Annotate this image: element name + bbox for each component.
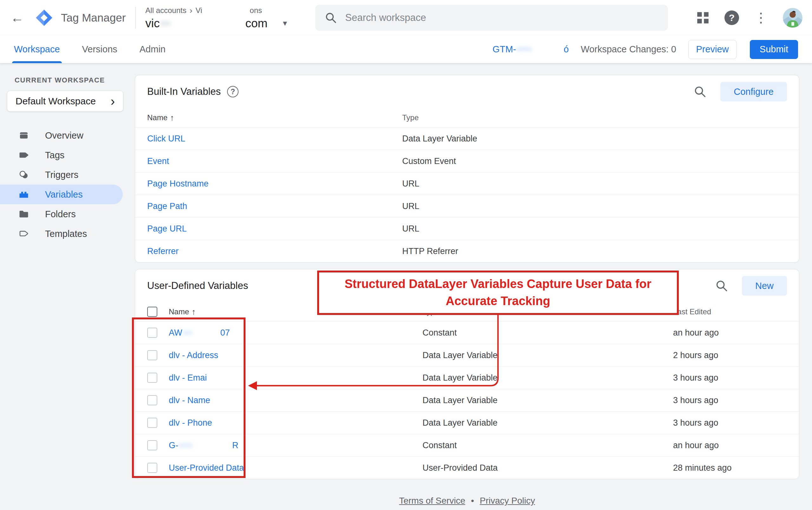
sidebar-item-label: Triggers xyxy=(45,170,78,180)
container-name-fragment: vic xyxy=(145,17,160,30)
divider xyxy=(135,7,136,29)
variable-type: URL xyxy=(402,224,787,234)
last-edited: 3 hours ago xyxy=(673,373,787,383)
tab-label: Versions xyxy=(82,44,117,55)
row-checkbox[interactable] xyxy=(147,418,157,428)
avatar[interactable] xyxy=(783,8,803,28)
configure-button[interactable]: Configure xyxy=(720,82,787,101)
account-breadcrumb[interactable]: All accounts › Vi ons vic ••• com ▼ xyxy=(145,6,297,30)
row-checkbox[interactable] xyxy=(147,328,157,338)
table-row: dlv - Address Data Layer Variable 2 hour… xyxy=(135,344,799,366)
sidebar: CURRENT WORKSPACE Default Workspace › Ov… xyxy=(0,63,135,244)
variable-link[interactable]: dlv - Phone xyxy=(169,418,423,428)
select-all-checkbox[interactable] xyxy=(147,307,157,317)
breadcrumb-account-fragment-end: ons xyxy=(250,6,262,15)
last-edited: 2 hours ago xyxy=(673,351,787,360)
variable-name-fragment: G- xyxy=(169,441,178,450)
footer: Terms of Service•Privacy Policy xyxy=(135,496,799,510)
preview-button[interactable]: Preview xyxy=(688,40,736,59)
variable-link[interactable]: Event xyxy=(147,156,402,166)
sidebar-nav: Overview Tags Triggers xyxy=(0,126,135,244)
last-edited: an hour ago xyxy=(673,328,787,338)
dot-separator: • xyxy=(471,496,474,506)
breadcrumb-all-accounts[interactable]: All accounts xyxy=(145,6,186,15)
sort-ascending-icon: ↑ xyxy=(170,113,174,123)
sidebar-item-folders[interactable]: Folders xyxy=(0,204,135,224)
tag-manager-logo-icon xyxy=(34,8,54,28)
more-menu-icon[interactable]: ⋮ xyxy=(754,11,767,24)
sidebar-item-label: Variables xyxy=(45,189,83,200)
submit-button[interactable]: Submit xyxy=(750,40,798,59)
variables-icon xyxy=(18,188,30,201)
column-type: Type xyxy=(402,113,787,122)
variable-type: Data Layer Variable xyxy=(423,395,673,405)
table-row: Page Path URL xyxy=(135,195,799,217)
tab-workspace[interactable]: Workspace xyxy=(14,35,60,63)
gtm-container-id[interactable]: GTM- •••••• ó xyxy=(493,44,569,55)
built-in-variables-panel: Built-In Variables ? Configure Name ↑ Ty… xyxy=(135,75,799,263)
table-row: dlv - Name Data Layer Variable 3 hours a… xyxy=(135,389,799,411)
row-checkbox[interactable] xyxy=(147,395,157,405)
variable-type: HTTP Referrer xyxy=(402,246,787,256)
container-selector[interactable]: vic ••• com ▼ xyxy=(145,17,297,30)
variable-link[interactable]: Referrer xyxy=(147,246,402,256)
table-row: User-Provided Data User-Provided Data 28… xyxy=(135,456,799,479)
breadcrumb-account-fragment: Vi xyxy=(195,6,202,15)
search-icon[interactable] xyxy=(715,279,729,293)
variable-link[interactable]: Page URL xyxy=(147,224,402,234)
help-icon[interactable]: ? xyxy=(724,10,739,25)
annotation-callout: Structured DataLayer Variables Capture U… xyxy=(317,271,679,315)
variable-link[interactable]: Page Path xyxy=(147,201,402,211)
tags-icon xyxy=(18,149,30,161)
workspace-search[interactable] xyxy=(315,5,668,31)
help-icon[interactable]: ? xyxy=(227,86,238,97)
variable-link[interactable]: Click URL xyxy=(147,134,402,144)
variable-link[interactable]: User-Provided Data xyxy=(169,463,423,473)
terms-of-service-link[interactable]: Terms of Service xyxy=(399,496,465,506)
top-bar: ← Tag Manager All accounts › Vi ons vic … xyxy=(0,0,812,35)
variable-link[interactable]: AW •••• 07 xyxy=(169,328,423,338)
tabs: Workspace Versions Admin xyxy=(14,35,166,63)
sidebar-item-tags[interactable]: Tags xyxy=(0,145,135,165)
apps-grid-icon[interactable] xyxy=(697,11,709,24)
workspace-switcher-card[interactable]: Default Workspace › xyxy=(7,91,123,112)
table-row: dlv - Emai Data Layer Variable 3 hours a… xyxy=(135,366,799,389)
row-checkbox[interactable] xyxy=(147,350,157,360)
variable-type: Data Layer Variable xyxy=(423,351,673,360)
sidebar-item-label: Templates xyxy=(45,229,87,239)
search-input[interactable] xyxy=(345,12,659,24)
privacy-policy-link[interactable]: Privacy Policy xyxy=(480,496,535,506)
variable-type: URL xyxy=(402,201,787,211)
sidebar-item-templates[interactable]: Templates xyxy=(0,224,135,244)
variable-type: Custom Event xyxy=(402,156,787,166)
last-edited: an hour ago xyxy=(673,441,787,450)
row-checkbox[interactable] xyxy=(147,373,157,383)
folder-icon xyxy=(18,208,30,220)
back-icon[interactable]: ← xyxy=(8,10,26,25)
variable-link[interactable]: dlv - Address xyxy=(169,351,423,360)
tab-versions[interactable]: Versions xyxy=(82,35,117,63)
last-edited: 3 hours ago xyxy=(673,395,787,405)
search-icon[interactable] xyxy=(693,85,707,99)
column-name[interactable]: Name ↑ xyxy=(147,113,402,123)
search-icon xyxy=(325,12,337,24)
redacted-text: •••••• xyxy=(178,441,232,450)
tab-label: Admin xyxy=(140,44,166,55)
variable-type: Constant xyxy=(423,441,673,450)
new-variable-button[interactable]: New xyxy=(742,276,787,296)
chevron-down-icon[interactable]: ▼ xyxy=(281,19,288,28)
table-header: Name ↑ Type xyxy=(135,108,799,127)
variable-link[interactable]: dlv - Emai xyxy=(169,373,423,383)
row-checkbox[interactable] xyxy=(147,463,157,473)
variable-link[interactable]: dlv - Name xyxy=(169,395,423,405)
sort-ascending-icon: ↑ xyxy=(192,307,196,317)
tab-admin[interactable]: Admin xyxy=(140,35,166,63)
sidebar-item-overview[interactable]: Overview xyxy=(0,126,135,145)
variable-type: Data Layer Variable xyxy=(402,134,787,144)
sidebar-item-triggers[interactable]: Triggers xyxy=(0,165,135,185)
sidebar-item-variables[interactable]: Variables xyxy=(0,185,123,204)
workspace-name: Default Workspace xyxy=(16,96,96,107)
variable-link[interactable]: Page Hostname xyxy=(147,179,402,189)
variable-link[interactable]: G- •••••• R xyxy=(169,441,423,450)
row-checkbox[interactable] xyxy=(147,440,157,450)
